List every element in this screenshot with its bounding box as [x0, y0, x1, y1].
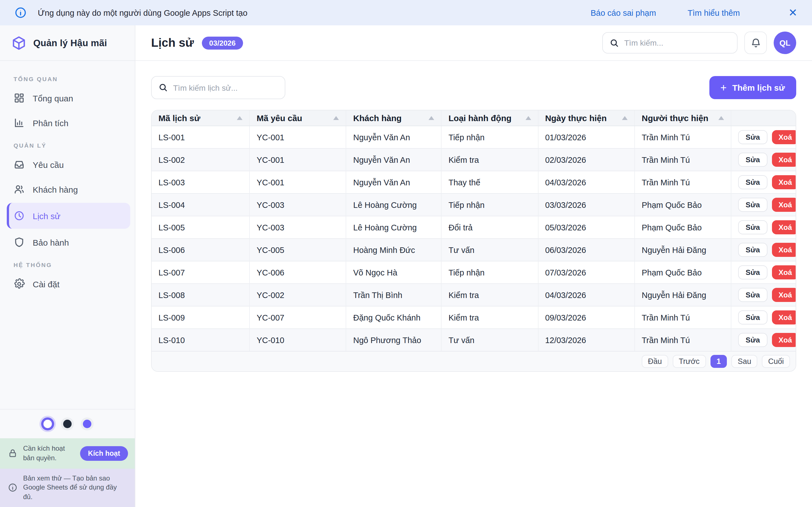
sort-icon[interactable] — [237, 116, 243, 120]
pagination-prev[interactable]: Trước — [673, 355, 706, 368]
column-header[interactable]: Khách hàng — [346, 110, 442, 126]
dashboard-icon — [13, 93, 25, 104]
table-cell: LS-001 — [152, 126, 250, 149]
table-cell: YC-010 — [250, 329, 346, 351]
delete-button[interactable]: Xoá — [772, 265, 796, 279]
edit-button[interactable]: Sửa — [739, 198, 767, 212]
table-cell: Kiểm tra — [442, 306, 538, 329]
sidebar-item-label: Cài đặt — [33, 279, 59, 289]
sort-icon[interactable] — [429, 116, 435, 120]
pagination-next[interactable]: Sau — [731, 355, 757, 368]
actions-cell: SửaXoá — [731, 171, 796, 193]
edit-button[interactable]: Sửa — [739, 333, 767, 347]
history-table-card: Mã lịch sửMã yêu cầuKhách hàngLoại hành … — [151, 110, 796, 372]
column-header[interactable]: Loại hành động — [442, 110, 538, 126]
pagination-first[interactable]: Đầu — [642, 355, 668, 368]
sort-icon[interactable] — [622, 116, 627, 120]
edit-button[interactable]: Sửa — [739, 243, 767, 257]
table-cell: LS-006 — [152, 238, 250, 261]
section-label-manage: QUẢN LÝ — [13, 142, 135, 149]
theme-dot-light[interactable] — [43, 419, 52, 428]
table-cell: Trần Minh Tú — [635, 329, 731, 351]
close-icon[interactable]: ✕ — [788, 7, 797, 18]
sort-icon[interactable] — [525, 116, 531, 120]
table-cell: Đặng Quốc Khánh — [346, 306, 442, 329]
theme-switcher — [0, 409, 135, 438]
table-cell: YC-007 — [250, 306, 346, 329]
delete-button[interactable]: Xoá — [772, 153, 796, 167]
actions-cell: SửaXoá — [731, 329, 796, 351]
delete-button[interactable]: Xoá — [772, 311, 796, 325]
table-cell: Tư vấn — [442, 329, 538, 351]
notifications-button[interactable] — [744, 32, 767, 54]
delete-button[interactable]: Xoá — [772, 220, 796, 234]
sort-icon[interactable] — [719, 116, 724, 120]
table-cell: Thay thế — [442, 171, 538, 193]
pagination-last[interactable]: Cuối — [762, 355, 790, 368]
column-header[interactable]: Người thực hiện — [635, 110, 731, 126]
avatar[interactable]: QL — [774, 32, 796, 54]
table-search-input[interactable] — [173, 83, 278, 92]
table-cell: YC-002 — [250, 284, 346, 306]
history-table: Mã lịch sửMã yêu cầuKhách hàngLoại hành … — [152, 110, 796, 351]
plus-icon: + — [720, 82, 726, 93]
users-icon — [13, 184, 25, 195]
info-icon — [15, 7, 27, 18]
sort-icon[interactable] — [334, 116, 339, 120]
report-abuse-link[interactable]: Báo cáo sai phạm — [591, 8, 656, 17]
sidebar-item-analytics[interactable]: Phân tích — [0, 110, 135, 135]
table-cell: Hoàng Minh Đức — [346, 238, 442, 261]
shield-icon — [13, 237, 25, 248]
table-cell: Nguyễn Văn An — [346, 171, 442, 193]
column-header[interactable]: Mã yêu cầu — [250, 110, 346, 126]
row-actions: SửaXoá — [739, 175, 789, 189]
learn-more-link[interactable]: Tìm hiểu thêm — [688, 8, 740, 17]
sidebar-item-label: Phân tích — [33, 118, 68, 128]
row-actions: SửaXoá — [739, 243, 789, 257]
sidebar-item-history[interactable]: Lịch sử — [7, 203, 130, 229]
edit-button[interactable]: Sửa — [739, 265, 767, 279]
inbox-icon — [13, 159, 25, 170]
delete-button[interactable]: Xoá — [772, 130, 796, 144]
delete-button[interactable]: Xoá — [772, 333, 796, 347]
app-title: Quản lý Hậu mãi — [33, 38, 107, 48]
activate-button[interactable]: Kích hoạt — [80, 446, 128, 460]
sidebar-item-requests[interactable]: Yêu cầu — [0, 152, 135, 177]
gas-warning-banner: Ứng dụng này do một người dùng Google Ap… — [0, 0, 812, 25]
column-header[interactable]: Mã lịch sử — [152, 110, 250, 126]
sidebar-item-overview[interactable]: Tổng quan — [0, 86, 135, 110]
global-search-input[interactable] — [624, 38, 730, 47]
sidebar-item-customers[interactable]: Khách hàng — [0, 177, 135, 202]
edit-button[interactable]: Sửa — [739, 288, 767, 302]
table-cell: Lê Hoàng Cường — [346, 193, 442, 216]
table-cell: YC-003 — [250, 193, 346, 216]
sidebar-item-warranty[interactable]: Bảo hành — [0, 230, 135, 255]
edit-button[interactable]: Sửa — [739, 311, 767, 325]
table-cell: Trần Minh Tú — [635, 149, 731, 171]
delete-button[interactable]: Xoá — [772, 175, 796, 189]
table-cell: 04/03/2026 — [538, 284, 635, 306]
sidebar-bottom: Cần kích hoạt bản quyền. Kích hoạt Bản x… — [0, 409, 135, 507]
clock-icon — [13, 210, 25, 221]
edit-button[interactable]: Sửa — [739, 220, 767, 234]
sidebar-item-settings[interactable]: Cài đặt — [0, 272, 135, 296]
column-header[interactable]: Ngày thực hiện — [538, 110, 635, 126]
table-cell: 02/03/2026 — [538, 149, 635, 171]
pagination: Đầu Trước 1 Sau Cuối — [152, 351, 796, 371]
edit-button[interactable]: Sửa — [739, 175, 767, 189]
edit-button[interactable]: Sửa — [739, 130, 767, 144]
delete-button[interactable]: Xoá — [772, 288, 796, 302]
theme-dot-purple[interactable] — [83, 419, 91, 428]
edit-button[interactable]: Sửa — [739, 153, 767, 167]
add-history-button[interactable]: + Thêm lịch sử — [709, 76, 796, 99]
table-cell: 12/03/2026 — [538, 329, 635, 351]
delete-button[interactable]: Xoá — [772, 243, 796, 257]
pagination-page-1[interactable]: 1 — [710, 355, 727, 368]
table-cell: LS-002 — [152, 149, 250, 171]
delete-button[interactable]: Xoá — [772, 198, 796, 212]
banner-text: Ứng dụng này do một người dùng Google Ap… — [38, 8, 248, 17]
theme-dot-dark[interactable] — [63, 419, 71, 428]
preview-notice: Bản xem thử — Tạo bản sao Google Sheets … — [0, 468, 135, 507]
preview-notice-text: Bản xem thử — Tạo bản sao Google Sheets … — [23, 473, 128, 502]
actions-cell: SửaXoá — [731, 216, 796, 238]
